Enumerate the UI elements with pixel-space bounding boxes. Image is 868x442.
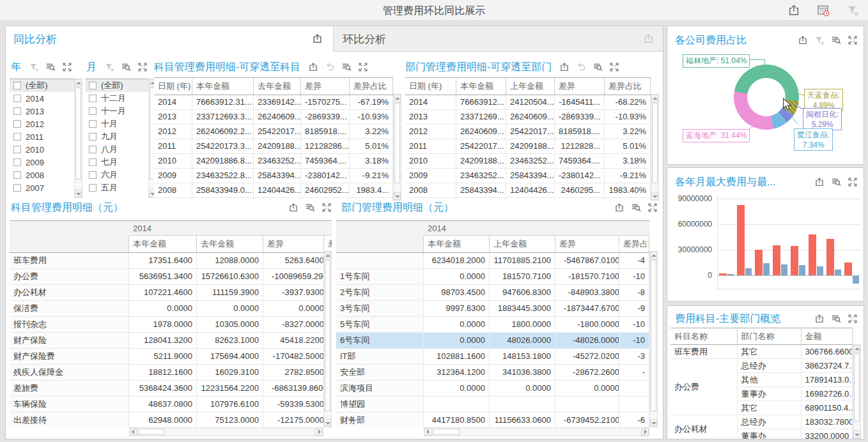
table-row[interactable]: 201125422017...24209188...1212828...5.01…: [405, 139, 651, 154]
checkbox[interactable]: [13, 133, 21, 141]
dept-detail-hscrollbar[interactable]: [424, 427, 649, 436]
scroll-down-arrow[interactable]: [853, 431, 860, 438]
table-row[interactable]: 3号车间9997.63001883445.3000-1873447.6700-9: [336, 301, 649, 317]
expand-icon[interactable]: [137, 62, 148, 72]
expand-icon[interactable]: [848, 314, 858, 324]
scroll-up-arrow[interactable]: [324, 252, 331, 259]
min-expense-bar[interactable]: [781, 264, 787, 275]
drill-through-icon[interactable]: [831, 314, 841, 324]
clear-filter-icon[interactable]: [104, 62, 114, 72]
scroll-thumb[interactable]: [854, 353, 860, 422]
table-row[interactable]: 车辆保险48637.0800107976.6100-59339.5300: [10, 397, 332, 413]
table-row[interactable]: 2010242091886.8...23463252...7459364....…: [154, 154, 393, 169]
month-option[interactable]: 七月: [85, 156, 148, 169]
table-row[interactable]: 班车费用其它306766.6600: [670, 345, 852, 359]
table-row[interactable]: 安全部312364.1200341036.3800-28672.2600-: [336, 365, 649, 381]
scroll-down-arrow[interactable]: [651, 192, 658, 200]
table-row[interactable]: 6234018.200011701885.2100-5467867.0100-4: [336, 253, 649, 269]
table-row[interactable]: 财产保险128041.320082623.100045418.2200: [10, 333, 332, 349]
expand-icon[interactable]: [647, 202, 658, 213]
checkbox[interactable]: [13, 158, 21, 166]
checkbox[interactable]: [89, 95, 97, 102]
table-row[interactable]: 2008258433949.0...12404426...24602952...…: [154, 183, 393, 198]
subject-detail-vscrollbar[interactable]: [323, 251, 332, 427]
table-row[interactable]: 2009234632522.8...25843394...-2380142...…: [154, 169, 393, 183]
dept-yoy-scrollbar[interactable]: [651, 94, 659, 201]
min-expense-bar[interactable]: [853, 276, 859, 284]
scroll-right-arrow[interactable]: [315, 428, 323, 436]
subject-detail-hscrollbar[interactable]: [129, 427, 323, 436]
table-row[interactable]: 201323371269...26240609...-2869339...-10…: [405, 110, 651, 125]
year-list-scrollbar[interactable]: [74, 79, 82, 198]
max-expense-bar[interactable]: [755, 250, 763, 275]
table-row[interactable]: 出差接待62948.000075123.0000-12175.0000: [10, 413, 332, 427]
drill-through-icon[interactable]: [831, 177, 841, 187]
export-icon[interactable]: [312, 33, 323, 44]
year-option[interactable]: 2010: [10, 143, 74, 156]
table-row[interactable]: 报刊杂志1978.000010305.0000-8327.0000: [10, 317, 332, 333]
export-icon[interactable]: [798, 35, 808, 45]
expand-icon[interactable]: [322, 202, 332, 213]
scroll-down-arrow[interactable]: [75, 190, 82, 197]
checkbox[interactable]: [13, 171, 21, 179]
table-row[interactable]: 办公耗材总经办183032.7800: [670, 415, 852, 429]
checkbox[interactable]: [13, 95, 21, 102]
max-expense-bar[interactable]: [844, 263, 852, 275]
scroll-up-arrow[interactable]: [394, 95, 401, 102]
month-option[interactable]: 十二月: [85, 92, 148, 105]
checkbox[interactable]: [89, 120, 97, 128]
table-row[interactable]: 博望园: [336, 397, 649, 413]
export-icon[interactable]: [308, 62, 318, 72]
expand-icon[interactable]: [848, 177, 858, 187]
scroll-up-arrow[interactable]: [75, 79, 82, 87]
scroll-thumb[interactable]: [394, 103, 400, 183]
export-icon[interactable]: [814, 177, 825, 187]
month-option[interactable]: 八月: [85, 143, 148, 156]
table-row[interactable]: 办公耗材107221.4600111159.3900-3937.9300: [10, 285, 332, 301]
min-expense-bar[interactable]: [763, 263, 770, 275]
table-row[interactable]: 201226240609...25422017...8185918....3.2…: [405, 125, 651, 139]
scroll-thumb[interactable]: [325, 260, 330, 411]
table-row[interactable]: 6号车间0.000048026.0000-48026.0000-10: [336, 333, 649, 349]
max-expense-bar[interactable]: [719, 273, 727, 275]
drill-through-icon[interactable]: [631, 202, 641, 213]
min-expense-bar[interactable]: [727, 274, 734, 275]
month-option[interactable]: 十月: [85, 118, 148, 130]
subject-yoy-scrollbar[interactable]: [393, 94, 401, 201]
table-row[interactable]: 2013233712693.3...26240609...-2869339...…: [154, 110, 393, 125]
export-icon[interactable]: [814, 314, 825, 324]
checkbox[interactable]: [13, 184, 21, 192]
checkbox[interactable]: [13, 146, 21, 153]
table-row[interactable]: 滨海项目0.00000.00000.0000: [336, 381, 649, 397]
table-row[interactable]: IT部102881.1600148153.1800-45272.0200-3: [336, 349, 649, 365]
tab-mom-analysis[interactable]: 环比分析: [333, 26, 663, 52]
month-option[interactable]: 十一月: [85, 105, 148, 118]
clear-filter-icon[interactable]: [814, 35, 825, 45]
scroll-up-arrow[interactable]: [651, 95, 658, 102]
expand-icon[interactable]: [62, 62, 72, 72]
scroll-right-arrow[interactable]: [641, 428, 649, 436]
drill-through-icon[interactable]: [341, 62, 352, 72]
checkbox[interactable]: [13, 82, 21, 89]
overview-scrollbar[interactable]: [853, 344, 861, 439]
scroll-thumb[interactable]: [652, 103, 658, 183]
expand-icon[interactable]: [848, 35, 858, 45]
drill-through-icon[interactable]: [121, 62, 131, 72]
export-icon[interactable]: [614, 202, 624, 213]
drill-through-icon[interactable]: [831, 35, 841, 45]
min-expense-bar[interactable]: [745, 268, 752, 275]
table-row[interactable]: 1号车间0.0000181570.7100-181570.7100-10: [336, 269, 649, 285]
checkbox[interactable]: [89, 82, 97, 89]
max-expense-bar[interactable]: [773, 245, 780, 275]
schedule-calendar-icon[interactable]: [817, 4, 830, 17]
scroll-down-arrow[interactable]: [650, 419, 657, 427]
month-option[interactable]: 五月: [85, 181, 148, 194]
checkbox[interactable]: [13, 107, 21, 115]
year-option[interactable]: 2013: [10, 105, 74, 118]
checkbox[interactable]: [89, 133, 97, 141]
expand-icon[interactable]: [609, 62, 619, 72]
table-row[interactable]: 2号车间98703.4500947606.8300-848903.3800-8: [336, 285, 649, 301]
min-expense-bar[interactable]: [799, 265, 805, 275]
export-icon[interactable]: [288, 202, 298, 213]
undo-icon[interactable]: [325, 62, 335, 72]
